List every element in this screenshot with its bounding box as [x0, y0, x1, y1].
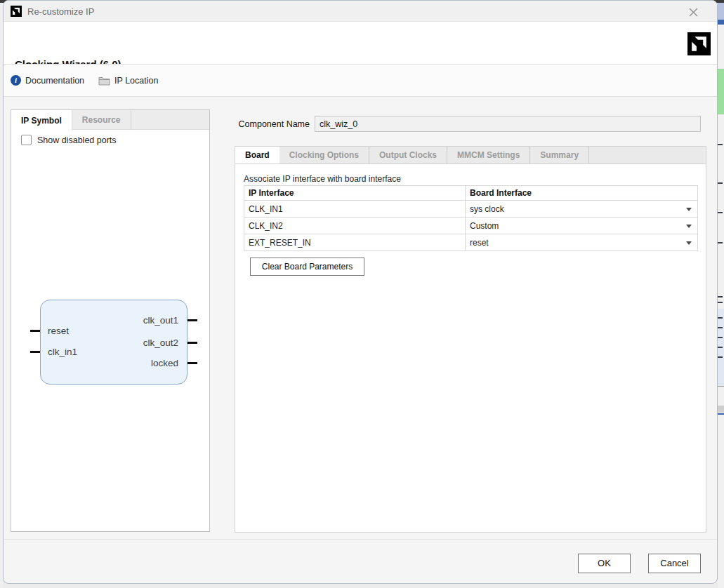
port-stub-locked: [187, 362, 197, 364]
table-row: CLK_IN2 Custom: [244, 218, 698, 234]
port-label-clk-out2: clk_out2: [143, 337, 178, 349]
ip-location-label: IP Location: [114, 76, 158, 86]
cancel-button[interactable]: Cancel: [648, 554, 701, 573]
tab-ip-symbol-label: IP Symbol: [21, 116, 62, 126]
background-text-fragment: [718, 317, 723, 319]
folder-icon: [98, 76, 110, 86]
selected-value: Custom: [470, 221, 499, 231]
port-label-reset: reset: [48, 325, 69, 338]
board-interface-table: IP Interface Board Interface CLK_IN1 sys…: [244, 185, 698, 251]
xilinx-amd-logo-icon: [11, 6, 22, 17]
board-interface-select-ext-reset-in[interactable]: reset: [466, 234, 698, 251]
board-interface-select-clk-in2[interactable]: Custom: [466, 218, 698, 234]
tab-resource[interactable]: Resource: [72, 110, 131, 130]
selected-value: reset: [470, 238, 489, 248]
board-tab-content: Associate IP interface with board interf…: [235, 163, 706, 533]
background-text-fragment: [718, 212, 723, 213]
background-text-fragment: [718, 182, 723, 184]
ip-interface-cell: CLK_IN1: [244, 201, 466, 218]
documentation-label: Documentation: [25, 76, 84, 86]
background-bar-fragment: [718, 406, 724, 413]
port-label-clk-in1: clk_in1: [48, 346, 77, 359]
port-stub-clk-in1: [30, 351, 40, 353]
show-disabled-ports-label: Show disabled ports: [37, 135, 117, 145]
dialog-toolbar: i Documentation IP Location: [4, 64, 717, 97]
background-titlebar-fragment: [718, 0, 724, 20]
show-disabled-ports-row[interactable]: Show disabled ports: [21, 135, 117, 145]
tab-clocking-options[interactable]: Clocking Options: [279, 147, 369, 163]
background-panel-fragment: [718, 309, 724, 386]
background-text-fragment: [718, 242, 723, 243]
tab-output-clocks[interactable]: Output Clocks: [369, 147, 447, 163]
left-panel-tabbar: IP Symbol Resource: [11, 110, 209, 130]
port-label-locked: locked: [151, 357, 178, 370]
tab-board-label: Board: [245, 150, 270, 160]
background-text-fragment: [718, 356, 723, 358]
dialog-title: Re-customize IP: [27, 6, 94, 17]
ip-interface-cell: CLK_IN2: [244, 218, 466, 234]
background-blue-bar-fragment: [718, 20, 724, 25]
component-name-input[interactable]: [315, 116, 701, 132]
tab-mmcm-settings[interactable]: MMCM Settings: [447, 147, 530, 163]
column-header-ip-interface: IP Interface: [244, 186, 466, 201]
tab-resource-label: Resource: [82, 115, 121, 125]
table-row: CLK_IN1 sys clock: [244, 201, 698, 218]
background-green-fragment: [718, 69, 724, 114]
tab-summary[interactable]: Summary: [530, 147, 589, 163]
board-interface-select-clk-in1[interactable]: sys clock: [466, 201, 698, 218]
background-text-fragment: [718, 296, 723, 298]
tab-ip-symbol[interactable]: IP Symbol: [11, 110, 72, 131]
port-stub-clk-out2: [187, 342, 197, 344]
port-stub-reset: [30, 330, 40, 332]
clear-board-parameters-button[interactable]: Clear Board Parameters: [250, 258, 364, 276]
component-name-label: Component Name: [218, 119, 310, 129]
info-icon: i: [11, 75, 21, 86]
show-disabled-ports-checkbox[interactable]: [21, 135, 32, 145]
chevron-down-icon: [686, 225, 692, 228]
footer-divider: [4, 539, 717, 540]
background-text-fragment: [718, 337, 723, 338]
ip-symbol-panel: IP Symbol Resource Show disabled ports r…: [11, 109, 210, 532]
background-blue-line-fragment: [718, 413, 724, 415]
tab-summary-label: Summary: [540, 150, 579, 160]
associate-instruction-text: Associate IP interface with board interf…: [244, 174, 401, 184]
tab-mmcm-settings-label: MMCM Settings: [457, 150, 520, 160]
chevron-down-icon: [686, 208, 692, 211]
chevron-down-icon: [686, 241, 692, 245]
ok-button[interactable]: OK: [578, 554, 631, 573]
recustomize-ip-dialog: Re-customize IP Clocking Wizard (6.0) i …: [3, 0, 718, 584]
xilinx-amd-logo-icon: [687, 32, 711, 55]
ip-location-button[interactable]: IP Location: [98, 76, 158, 86]
background-text-fragment: [718, 327, 723, 328]
tab-output-clocks-label: Output Clocks: [379, 150, 437, 160]
port-stub-clk-out1: [187, 319, 197, 321]
background-text-fragment: [718, 144, 723, 145]
selected-value: sys clock: [470, 204, 504, 214]
tab-board[interactable]: Board: [235, 147, 279, 163]
dialog-titlebar[interactable]: Re-customize IP: [4, 1, 717, 22]
background-window-right-edge: [718, 0, 724, 588]
documentation-button[interactable]: i Documentation: [11, 75, 84, 86]
column-header-board-interface: Board Interface: [466, 186, 698, 201]
table-header-row: IP Interface Board Interface: [244, 186, 698, 201]
background-text-fragment: [718, 302, 723, 303]
settings-tabbar: Board Clocking Options Output Clocks MMC…: [235, 146, 706, 163]
background-text-fragment: [718, 347, 723, 348]
table-row: EXT_RESET_IN reset: [244, 234, 698, 251]
tab-clocking-options-label: Clocking Options: [289, 150, 359, 160]
close-icon[interactable]: [684, 4, 702, 20]
background-divider-fragment: [718, 386, 724, 387]
dialog-header: Clocking Wizard (6.0): [4, 22, 717, 64]
port-label-clk-out1: clk_out1: [143, 314, 178, 327]
ip-interface-cell: EXT_RESET_IN: [244, 234, 466, 251]
